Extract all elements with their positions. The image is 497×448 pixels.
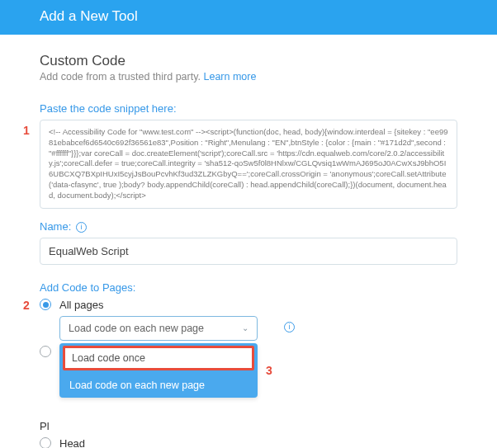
dialog-body: Custom Code Add code from a trusted thir… bbox=[0, 35, 497, 448]
placement-group: Pl Head Body - start Body - end 4 bbox=[40, 420, 457, 448]
radio-icon bbox=[40, 299, 51, 310]
info-icon[interactable]: i bbox=[76, 222, 87, 233]
radio-head[interactable]: Head bbox=[40, 437, 457, 448]
load-code-select[interactable]: Load code on each new page ⌄ i Load code… bbox=[59, 316, 258, 341]
radio-icon bbox=[40, 346, 51, 357]
dropdown-item-load-once[interactable]: Load code once bbox=[63, 346, 254, 370]
learn-more-link[interactable]: Learn more bbox=[203, 71, 256, 83]
section-title: Custom Code bbox=[40, 53, 457, 69]
radio-icon bbox=[40, 437, 51, 448]
pages-label: Add Code to Pages: bbox=[40, 281, 457, 294]
placement-label-obscured: Pl bbox=[40, 420, 457, 432]
dropdown-item-load-each[interactable]: Load code on each new page bbox=[59, 373, 258, 398]
select-dropdown: Load code once Load code on each new pag… bbox=[59, 343, 258, 398]
radio-label: Head bbox=[59, 437, 85, 448]
annotation-1: 1 bbox=[23, 124, 30, 137]
name-input[interactable] bbox=[40, 238, 457, 265]
annotation-2: 2 bbox=[23, 299, 30, 312]
snippet-label: Paste the code snippet here: bbox=[40, 102, 457, 115]
chevron-down-icon: ⌄ bbox=[242, 323, 248, 332]
section-subtitle: Add code from a trusted third party. Lea… bbox=[40, 71, 457, 83]
info-icon[interactable]: i bbox=[284, 322, 295, 332]
radio-label: All pages bbox=[59, 299, 103, 311]
annotation-3: 3 bbox=[266, 364, 272, 377]
name-label: Name: i bbox=[40, 220, 457, 233]
radio-all-pages[interactable]: 2 All pages bbox=[40, 299, 457, 311]
code-snippet-input[interactable]: <!-- Accessibility Code for "www.test.co… bbox=[40, 120, 457, 209]
select-value: Load code on each new page bbox=[69, 323, 204, 334]
dialog-header: Add a New Tool bbox=[0, 0, 497, 35]
dialog-title: Add a New Tool bbox=[40, 8, 138, 24]
